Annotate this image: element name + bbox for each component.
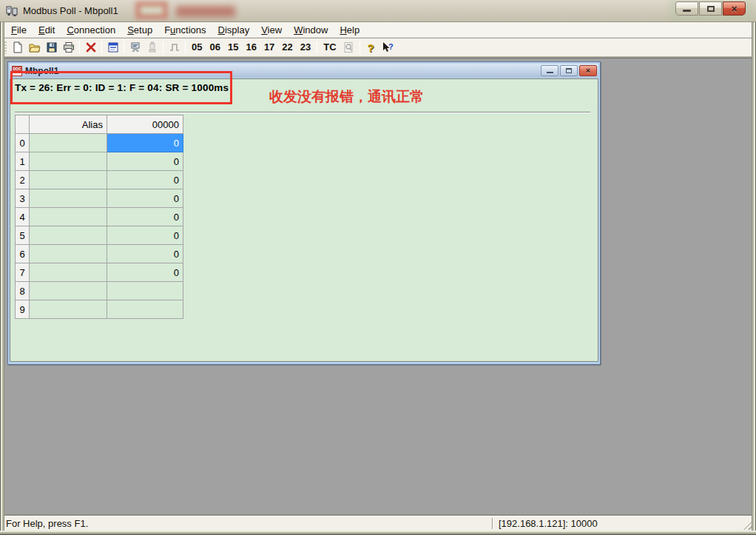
toolbar-separator — [124, 41, 124, 54]
menu-item-display[interactable]: Display — [212, 22, 256, 37]
value-cell[interactable]: 0 — [107, 152, 183, 171]
function-code-button-22[interactable]: 22 — [278, 39, 296, 55]
alias-cell[interactable] — [30, 208, 107, 226]
alias-cell[interactable] — [30, 171, 107, 189]
grid-row: 30 — [16, 189, 183, 208]
print-button[interactable] — [60, 39, 77, 55]
row-number-cell[interactable]: 0 — [16, 134, 30, 152]
titlebar-glass-artifact — [135, 1, 168, 19]
row-number-cell[interactable]: 3 — [16, 189, 30, 208]
alias-cell[interactable] — [30, 263, 107, 282]
grid-row: 00 — [16, 134, 183, 152]
grid-row: 9 — [16, 300, 183, 319]
disconnect-button[interactable] — [82, 39, 99, 55]
grid-row: 50 — [16, 226, 183, 245]
row-number-cell[interactable]: 8 — [16, 282, 30, 300]
toolbar-grip-handle[interactable] — [4, 41, 7, 54]
save-button[interactable] — [43, 39, 60, 55]
value-cell[interactable]: 0 — [107, 245, 183, 263]
setup-window-icon — [107, 41, 119, 53]
function-code-button-06[interactable]: 06 — [206, 39, 223, 55]
grid-row: 60 — [16, 245, 183, 263]
open-folder-icon — [29, 41, 41, 53]
resend-button[interactable] — [144, 39, 161, 55]
value-cell-selected[interactable]: 0 — [107, 134, 183, 152]
value-cell[interactable] — [107, 282, 183, 300]
magnifier-document-icon — [342, 41, 354, 53]
function-code-button-17[interactable]: 17 — [260, 39, 278, 55]
menu-item-view[interactable]: View — [255, 22, 288, 37]
toolbar-separator — [101, 41, 102, 54]
status-help-text: For Help, press F1. — [6, 518, 88, 529]
pulse-icon — [169, 41, 180, 53]
alias-cell[interactable] — [30, 152, 107, 171]
setup-button[interactable] — [104, 39, 121, 55]
function-code-button-05[interactable]: 05 — [188, 39, 206, 55]
row-number-cell[interactable]: 5 — [16, 226, 30, 245]
tc-button[interactable]: TC — [320, 39, 340, 55]
maximize-button[interactable] — [699, 1, 722, 16]
grid-column-header[interactable]: 00000 — [107, 115, 183, 134]
function-code-buttons: 05061516172223 — [188, 39, 314, 55]
main-titlebar: Modbus Poll - Mbpoll1 × — [0, 0, 756, 22]
row-number-cell[interactable]: 4 — [16, 208, 30, 226]
alias-cell[interactable] — [30, 134, 107, 152]
child-restore-button[interactable] — [560, 65, 578, 76]
close-icon: × — [731, 4, 737, 14]
minimize-button[interactable] — [675, 1, 698, 16]
menu-item-connection[interactable]: Connection — [61, 22, 121, 37]
value-cell[interactable]: 0 — [107, 189, 183, 208]
menu-item-setup[interactable]: Setup — [121, 22, 158, 37]
value-cell[interactable]: 0 — [107, 171, 183, 189]
alias-cell[interactable] — [30, 282, 107, 300]
context-help-button[interactable]: ? — [379, 39, 396, 55]
menu-item-window[interactable]: Window — [288, 22, 334, 37]
test-center-view-button[interactable] — [340, 39, 357, 55]
child-minimize-button[interactable] — [541, 65, 558, 76]
menu-bar: FileEditConnectionSetupFunctionsDisplayV… — [2, 22, 754, 38]
child-close-button[interactable]: × — [579, 65, 597, 76]
menu-item-help[interactable]: Help — [334, 22, 365, 37]
alias-cell[interactable] — [30, 226, 107, 245]
toolbar: 05061516172223 TC ? ? — [2, 38, 754, 57]
close-button[interactable]: × — [723, 1, 746, 16]
function-code-button-23[interactable]: 23 — [297, 39, 314, 55]
toolbar-separator — [163, 41, 163, 54]
value-cell[interactable]: 0 — [107, 263, 183, 282]
window-frame-right — [752, 22, 756, 535]
value-cell[interactable]: 0 — [107, 208, 183, 226]
chinese-annotation: 收发没有报错，通讯正常 — [269, 87, 424, 107]
grid-row: 40 — [16, 208, 183, 226]
menu-item-file[interactable]: File — [5, 22, 33, 37]
row-number-cell[interactable]: 9 — [16, 300, 30, 319]
menu-item-edit[interactable]: Edit — [33, 22, 61, 37]
row-number-cell[interactable]: 6 — [16, 245, 30, 263]
function-code-button-15[interactable]: 15 — [224, 39, 242, 55]
highlight-rectangle — [10, 71, 232, 104]
register-grid: Alias00000 001020304050607089 — [15, 115, 183, 319]
arrow-question-icon: ? — [381, 41, 394, 53]
grid-row: 10 — [16, 152, 183, 171]
value-cell[interactable]: 0 — [107, 226, 183, 245]
row-number-cell[interactable]: 2 — [16, 171, 30, 189]
lamp-icon — [146, 41, 158, 53]
menu-item-functions[interactable]: Functions — [158, 22, 212, 37]
single-poll-button[interactable] — [166, 39, 183, 55]
grid-column-header[interactable] — [16, 115, 30, 134]
row-number-cell[interactable]: 1 — [16, 152, 30, 171]
function-code-button-16[interactable]: 16 — [242, 39, 260, 55]
new-file-button[interactable] — [9, 39, 26, 55]
new-file-icon — [12, 41, 24, 53]
help-button[interactable]: ? — [362, 39, 379, 55]
alias-cell[interactable] — [30, 189, 107, 208]
alias-cell[interactable] — [30, 300, 107, 319]
grid-row: 20 — [16, 171, 183, 189]
alias-cell[interactable] — [30, 245, 107, 263]
poll-sheet: Tx = 26: Err = 0: ID = 1: F = 04: SR = 1… — [10, 78, 598, 362]
open-file-button[interactable] — [26, 39, 43, 55]
help-question-icon: ? — [368, 41, 374, 54]
communication-traffic-button[interactable] — [126, 39, 144, 55]
row-number-cell[interactable]: 7 — [16, 263, 30, 282]
value-cell[interactable] — [107, 300, 183, 319]
grid-column-header[interactable]: Alias — [30, 115, 107, 134]
